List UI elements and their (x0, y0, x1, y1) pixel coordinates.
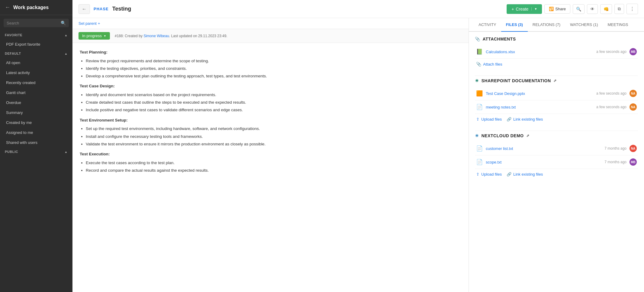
nextcloud-link-existing-button[interactable]: 🔗 Link existing files (507, 172, 543, 177)
tab-activity[interactable]: ACTIVITY (474, 18, 501, 32)
sharepoint-heading-label: SHAREPOINT DOCUMENTATION (482, 78, 551, 83)
wp-last-updated: Last updated on 29.11.2023 23:49. (171, 34, 227, 38)
sidebar-header: ← Work packages (0, 0, 72, 15)
search-input[interactable] (7, 21, 58, 25)
sidebar-item-recently-created[interactable]: Recently created (0, 78, 72, 88)
sharepoint-external-link-icon[interactable]: ⇗ (553, 79, 557, 83)
sidebar-item-summary[interactable]: Summary (0, 108, 72, 118)
sidebar-item-assigned-to-me[interactable]: Assigned to me (0, 128, 72, 138)
nextcloud-heading: ☀ NEXTCLOUD DEMO ⇗ (475, 133, 638, 138)
tab-relations[interactable]: RELATIONS (7) (528, 18, 565, 32)
emoji-button[interactable]: 👊 (600, 4, 612, 14)
sidebar-section-default: DEFAULT ▲ All open Latest activity Recen… (0, 49, 72, 148)
watch-button[interactable]: 🔍 (573, 4, 585, 14)
chevron-up-icon: ▲ (65, 34, 68, 37)
file-xlsx-icon: 📗 (476, 48, 483, 55)
status-badge[interactable]: In progress ▼ (78, 32, 110, 40)
test-planning-heading: Test Planning: (80, 49, 461, 56)
file-row: 📄 customer list.txt 7 months ago NA (475, 142, 638, 155)
file-txt-icon-3: 📄 (476, 159, 483, 165)
file-meta-customer: 7 months ago (604, 146, 626, 151)
set-parent-button[interactable]: Set parent + (78, 21, 463, 26)
file-row: 📗 Calculations.xlsx a few seconds ago MB (475, 45, 638, 59)
test-env-heading: Test Environment Setup: (80, 117, 461, 124)
sidebar-item-all-open[interactable]: All open (0, 58, 72, 68)
paperclip-icon: 📎 (475, 37, 480, 41)
wp-type-badge: PHASE (94, 7, 109, 11)
tab-files[interactable]: FILES (3) (501, 18, 528, 32)
nextcloud-external-link-icon[interactable]: ⇗ (526, 134, 530, 138)
share-button[interactable]: 🔁 Share (544, 4, 570, 14)
sharepoint-upload-label: Upload files (481, 117, 502, 122)
create-button[interactable]: + Create ▼ (507, 4, 542, 14)
sharepoint-link-existing-label: Link existing files (513, 117, 543, 122)
file-row: 📄 scope.txt 7 months ago MB (475, 155, 638, 169)
status-dropdown-arrow: ▼ (104, 34, 106, 37)
sharepoint-link-existing-button[interactable]: 🔗 Link existing files (507, 117, 543, 122)
file-test-case-design[interactable]: Test Case Design.pptx (486, 91, 593, 96)
sidebar-section-header-default[interactable]: DEFAULT ▲ (0, 49, 72, 58)
search-box[interactable]: 🔍 (4, 19, 69, 27)
search-icon: 🔍 (61, 21, 66, 25)
back-icon[interactable]: ← (5, 4, 10, 11)
file-meeting-notes[interactable]: meeting notes.txt (486, 105, 593, 109)
back-button[interactable]: ← (78, 4, 90, 14)
attachments-section: 📎 ATTACHMENTS 📗 Calculations.xlsx a few … (475, 37, 638, 70)
attach-files-label: Attach files (483, 62, 502, 67)
sidebar-section-favorite: FAVORITE ▲ PDF Export favorite (0, 31, 72, 49)
file-meta-meeting: a few seconds ago (596, 105, 626, 109)
sidebar: ← Work packages 🔍 FAVORITE ▲ PDF Export … (0, 0, 72, 292)
sidebar-section-header-favorite[interactable]: FAVORITE ▲ (0, 31, 72, 39)
attach-files-button[interactable]: 📎 Attach files (475, 59, 638, 70)
avatar-na-1: NA (630, 90, 637, 97)
sidebar-section-public: PUBLIC ▲ (0, 148, 72, 156)
wp-id: #188 (115, 34, 123, 38)
nextcloud-link-existing-label: Link existing files (513, 172, 543, 177)
tab-watchers[interactable]: WATCHERS (1) (565, 18, 603, 32)
wp-body: Test Planning: Review the project requir… (72, 43, 469, 292)
test-case-design-heading: Test Case Design: (80, 83, 461, 89)
chevron-up-icon-default: ▲ (65, 52, 68, 55)
sidebar-item-created-by-me[interactable]: Created by me (0, 118, 72, 128)
file-meta-calculations: a few seconds ago (596, 50, 626, 54)
list-item: Develop a comprehensive test plan outlin… (86, 73, 461, 79)
sidebar-item-gantt-chart[interactable]: Gantt chart (0, 88, 72, 98)
wp-meta-bar: In progress ▼ #188: Created by Simone Wi… (72, 29, 469, 43)
list-item: Record and compare the actual results ag… (86, 167, 461, 174)
tab-meetings[interactable]: MEETINGS (603, 18, 633, 32)
file-customer-list[interactable]: customer list.txt (486, 146, 601, 151)
wp-author-link[interactable]: Simone Wibeau (143, 34, 169, 38)
sidebar-item-shared-with-users[interactable]: Shared with users (0, 138, 72, 148)
chevron-up-icon-public: ▲ (65, 150, 68, 154)
main-content: ← PHASE Testing + Create ▼ 🔁 Share 🔍 👁 👊… (72, 0, 644, 292)
test-case-design-section: Test Case Design: Identify and document … (80, 83, 461, 113)
nextcloud-upload-row: ⇧ Upload files 🔗 Link existing files (475, 169, 638, 180)
list-item: Review the project requirements and dete… (86, 58, 461, 64)
test-execution-section: Test Execution: Execute the test cases a… (80, 151, 461, 174)
sidebar-section-header-public[interactable]: PUBLIC ▲ (0, 148, 72, 156)
sidebar-item-latest-activity[interactable]: Latest activity (0, 68, 72, 78)
reactions-button[interactable]: 👁 (587, 4, 598, 14)
wp-meta-created: Created by (125, 34, 143, 38)
set-parent-plus-icon: + (98, 21, 100, 26)
wp-content: Set parent + In progress ▼ #188: Created… (72, 18, 644, 292)
nextcloud-upload-button[interactable]: ⇧ Upload files (476, 172, 502, 177)
sidebar-item-overdue[interactable]: Overdue (0, 98, 72, 108)
fullscreen-button[interactable]: ⧉ (614, 4, 624, 14)
file-calculations-xlsx[interactable]: Calculations.xlsx (486, 50, 593, 54)
wp-right-panel: ACTIVITY FILES (3) RELATIONS (7) WATCHER… (469, 18, 644, 292)
nextcloud-icon: ☀ (475, 133, 479, 138)
list-item: Set up the required test environments, i… (86, 126, 461, 132)
upload-icon: ⇧ (476, 117, 479, 122)
file-meta-scope: 7 months ago (604, 160, 626, 164)
more-options-button[interactable]: ⋮ (626, 4, 638, 14)
test-planning-list: Review the project requirements and dete… (86, 58, 461, 79)
test-env-setup-section: Test Environment Setup: Set up the requi… (80, 117, 461, 147)
test-execution-list: Execute the test cases according to the … (86, 160, 461, 174)
file-scope[interactable]: scope.txt (486, 160, 601, 164)
sharepoint-upload-button[interactable]: ⇧ Upload files (476, 117, 502, 122)
test-env-list: Set up the required test environments, i… (86, 126, 461, 147)
create-plus-icon: + (511, 7, 514, 11)
sidebar-title: Work packages (13, 5, 49, 10)
sidebar-item-pdf-export-favorite[interactable]: PDF Export favorite (0, 39, 72, 49)
